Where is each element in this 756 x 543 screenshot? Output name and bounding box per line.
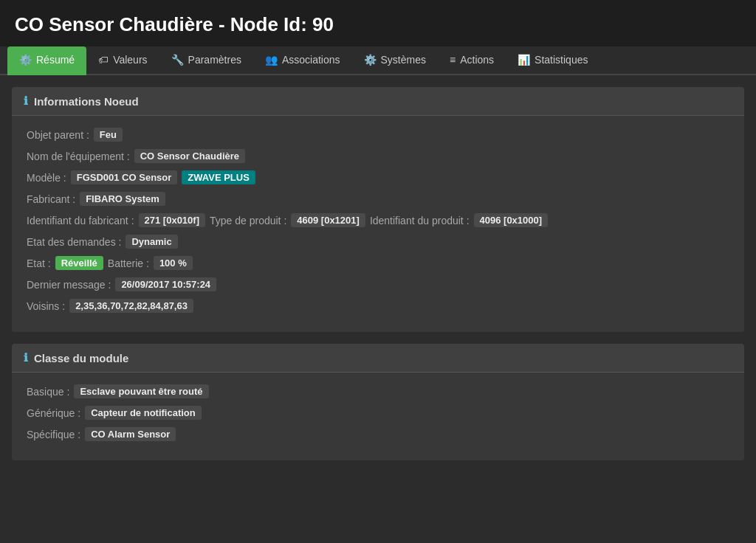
id-produit-label: Identifiant du produit : [370, 215, 470, 226]
dernier-message-row: Dernier message : 26/09/2017 10:57:24 [27, 277, 729, 291]
modele-row: Modèle : FGSD001 CO Sensor ZWAVE PLUS [27, 170, 729, 184]
tab-statistiques[interactable]: 📊 Statistiques [506, 46, 599, 75]
etat-demandes-value: Dynamic [126, 235, 177, 249]
statistiques-icon: 📊 [518, 54, 530, 66]
voisins-row: Voisins : 2,35,36,70,72,82,84,87,63 [27, 299, 729, 313]
dernier-message-value: 26/09/2017 10:57:24 [115, 277, 216, 291]
systemes-icon: ⚙️ [364, 54, 377, 66]
etat-batterie-row: Etat : Réveillé Batterie : 100 % [27, 256, 729, 270]
info-icon: ℹ [24, 94, 28, 108]
id-produit-value: 4096 [0x1000] [474, 213, 549, 227]
tab-valeurs[interactable]: 🏷 Valeurs [86, 46, 159, 75]
modele-value: FGSD001 CO Sensor [71, 170, 178, 184]
main-content: ℹ Informations Noeud Objet parent : Feu … [0, 75, 756, 484]
informations-section: ℹ Informations Noeud Objet parent : Feu … [12, 87, 744, 332]
voisins-label: Voisins : [27, 300, 65, 312]
generique-value: Capteur de notification [85, 406, 202, 420]
type-produit-value: 4609 [0x1201] [291, 213, 365, 227]
id-fabricant-value: 271 [0x010f] [139, 213, 205, 227]
batterie-label: Batterie : [108, 257, 149, 269]
tab-parametres[interactable]: 🔧 Paramètres [159, 46, 253, 75]
associations-icon: 👥 [265, 54, 278, 66]
modele-label: Modèle : [27, 172, 66, 184]
tab-resume[interactable]: ⚙️ Résumé [7, 46, 86, 75]
modele-badge-zwave: ZWAVE PLUS [182, 170, 255, 184]
fabricant-label: Fabricant : [27, 193, 75, 205]
dernier-message-label: Dernier message : [27, 279, 111, 291]
informations-header: ℹ Informations Noeud [12, 87, 744, 116]
valeurs-icon: 🏷 [98, 54, 109, 66]
parametres-icon: 🔧 [171, 54, 184, 66]
tab-systemes[interactable]: ⚙️ Systèmes [352, 46, 438, 75]
basique-row: Basique : Esclave pouvant être routé [27, 384, 729, 398]
tab-actions[interactable]: ≡ Actions [438, 46, 506, 75]
nom-equipement-row: Nom de l'équipement : CO Sensor Chaudièr… [27, 149, 729, 163]
etat-demandes-label: Etat des demandes : [27, 236, 121, 248]
classe-module-header: ℹ Classe du module [12, 344, 744, 373]
info-icon-2: ℹ [24, 351, 28, 364]
etat-value: Réveillé [55, 256, 103, 270]
page-title: CO Sensor Chaudière - Node Id: 90 [15, 13, 741, 36]
id-fabricant-label: Identifiant du fabricant : [27, 215, 134, 226]
voisins-value: 2,35,36,70,72,82,84,87,63 [69, 299, 193, 313]
objet-parent-value: Feu [94, 128, 123, 142]
page-header: CO Sensor Chaudière - Node Id: 90 [0, 0, 756, 46]
resume-icon: ⚙️ [19, 54, 32, 66]
objet-parent-label: Objet parent : [27, 129, 89, 141]
informations-body: Objet parent : Feu Nom de l'équipement :… [12, 116, 744, 332]
generique-row: Générique : Capteur de notification [27, 406, 729, 420]
classe-module-section: ℹ Classe du module Basique : Esclave pou… [12, 344, 744, 460]
basique-value: Esclave pouvant être routé [74, 384, 208, 398]
specifique-row: Spécifique : CO Alarm Sensor [27, 427, 729, 441]
basique-label: Basique : [27, 386, 69, 398]
etat-demandes-row: Etat des demandes : Dynamic [27, 235, 729, 249]
batterie-value: 100 % [154, 256, 193, 270]
type-produit-label: Type de produit : [210, 215, 286, 226]
nom-equipement-label: Nom de l'équipement : [27, 151, 130, 162]
generique-label: Générique : [27, 407, 80, 419]
fabricant-row: Fabricant : FIBARO System [27, 192, 729, 206]
objet-parent-row: Objet parent : Feu [27, 128, 729, 142]
fabricant-value: FIBARO System [80, 192, 165, 206]
nom-equipement-value: CO Sensor Chaudière [134, 149, 245, 163]
specifique-label: Spécifique : [27, 429, 80, 440]
id-fabricant-row: Identifiant du fabricant : 271 [0x010f] … [27, 213, 729, 227]
classe-module-body: Basique : Esclave pouvant être routé Gén… [12, 373, 744, 460]
tab-associations[interactable]: 👥 Associations [253, 46, 352, 75]
etat-label: Etat : [27, 257, 51, 269]
nav-tabs: ⚙️ Résumé 🏷 Valeurs 🔧 Paramètres 👥 Assoc… [0, 46, 756, 75]
actions-icon: ≡ [450, 54, 456, 66]
specifique-value: CO Alarm Sensor [85, 427, 176, 441]
